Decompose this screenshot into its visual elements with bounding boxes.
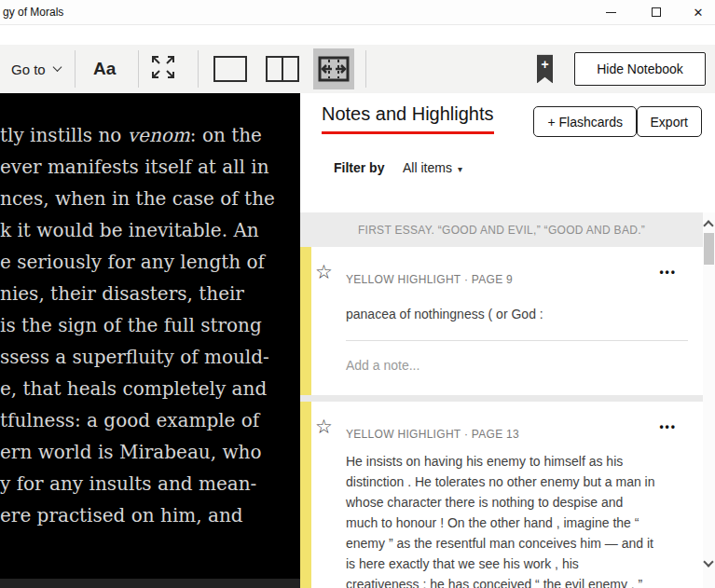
- highlight-card[interactable]: ☆ YELLOW HIGHLIGHT · PAGE 13 ••• He insi…: [300, 402, 703, 588]
- scrollbar-thumb[interactable]: [704, 233, 714, 265]
- highlight-text: panacea of nothingness ( or God :: [346, 304, 688, 324]
- minimize-icon: [606, 12, 616, 13]
- maximize-button[interactable]: [642, 0, 670, 24]
- book-text: tly instills no venom: on the ever manif…: [0, 119, 300, 531]
- star-icon[interactable]: ☆: [315, 262, 333, 281]
- font-settings-button[interactable]: Aa: [93, 59, 116, 79]
- notebook-panel: Notes and Highlights + Flashcards Export…: [300, 93, 715, 588]
- goto-label: Go to: [11, 62, 46, 77]
- highlight-card[interactable]: ☆ YELLOW HIGHLIGHT · PAGE 9 ••• panacea …: [300, 247, 703, 395]
- toolbar-divider: [75, 50, 76, 88]
- add-note-field[interactable]: Add a note...: [346, 358, 688, 373]
- highlight-meta: YELLOW HIGHLIGHT · PAGE 13: [346, 428, 519, 441]
- bookmark-button[interactable]: +: [537, 55, 553, 84]
- reader-footer-bar: [0, 579, 300, 588]
- highlight-meta: YELLOW HIGHLIGHT · PAGE 9: [346, 273, 513, 286]
- export-label: Export: [651, 115, 688, 130]
- chapter-section-label: FIRST ESSAY. “GOOD AND EVIL,” “GOOD AND …: [358, 224, 645, 237]
- overflow-menu-icon[interactable]: •••: [659, 420, 677, 433]
- highlight-text: He insists on having his enemy to himsel…: [346, 451, 688, 588]
- overflow-menu-icon[interactable]: •••: [659, 266, 677, 279]
- bookmark-plus-icon: +: [541, 55, 548, 84]
- column-divider-icon: [282, 58, 283, 80]
- close-button[interactable]: ✕: [684, 0, 712, 24]
- chevron-down-icon: [52, 62, 62, 72]
- book-text-body: ever manifests itself at all in nces, wh…: [0, 151, 300, 531]
- add-flashcards-label: + Flashcards: [547, 115, 623, 130]
- filter-row: Filter by All items▾: [334, 160, 384, 175]
- scroll-down-icon[interactable]: [703, 556, 713, 567]
- add-flashcards-button[interactable]: + Flashcards: [533, 106, 637, 137]
- filter-by-label: Filter by: [334, 160, 384, 175]
- card-gap: [300, 395, 703, 402]
- window-title: gy of Morals: [3, 6, 63, 19]
- highlights-list: ☆ YELLOW HIGHLIGHT · PAGE 9 ••• panacea …: [300, 247, 703, 588]
- minimize-button[interactable]: [597, 0, 625, 24]
- reader-page[interactable]: tly instills no venom: on the ever manif…: [0, 93, 300, 588]
- app-window: gy of Morals ✕ Go to Aa: [0, 0, 715, 588]
- goto-dropdown[interactable]: Go to: [11, 62, 61, 77]
- filter-selected-value: All items: [403, 160, 452, 175]
- hide-notebook-button[interactable]: Hide Notebook: [574, 52, 706, 86]
- book-text-line: tly instills no venom: on the: [0, 119, 300, 151]
- single-page-view-button[interactable]: [213, 56, 247, 82]
- dropdown-arrow-icon: ▾: [458, 164, 462, 174]
- italic-word: venom: [128, 124, 190, 146]
- notebook-view-icon: [318, 56, 350, 82]
- two-page-view-button[interactable]: [266, 56, 299, 82]
- hide-notebook-label: Hide Notebook: [597, 62, 683, 76]
- fullscreen-button[interactable]: [149, 53, 177, 85]
- star-icon[interactable]: ☆: [315, 417, 333, 436]
- notebook-view-button-selected[interactable]: [313, 48, 354, 89]
- toolbar-divider: [138, 50, 139, 88]
- toolbar-divider: [365, 50, 366, 88]
- title-bar: gy of Morals ✕: [0, 0, 715, 25]
- chapter-section-header: FIRST ESSAY. “GOOD AND EVIL,” “GOOD AND …: [300, 212, 703, 247]
- toolbar-divider: [198, 50, 199, 88]
- expand-arrows-icon: [149, 53, 177, 81]
- maximize-icon: [652, 7, 661, 17]
- panel-scrollbar[interactable]: [703, 212, 715, 588]
- toolbar: Go to Aa: [0, 45, 715, 93]
- export-button[interactable]: Export: [637, 106, 702, 137]
- close-icon: ✕: [694, 7, 704, 19]
- panel-title: Notes and Highlights: [322, 103, 494, 134]
- filter-dropdown[interactable]: All items▾: [403, 160, 462, 175]
- card-divider: [346, 340, 688, 341]
- scroll-up-icon[interactable]: [703, 220, 713, 230]
